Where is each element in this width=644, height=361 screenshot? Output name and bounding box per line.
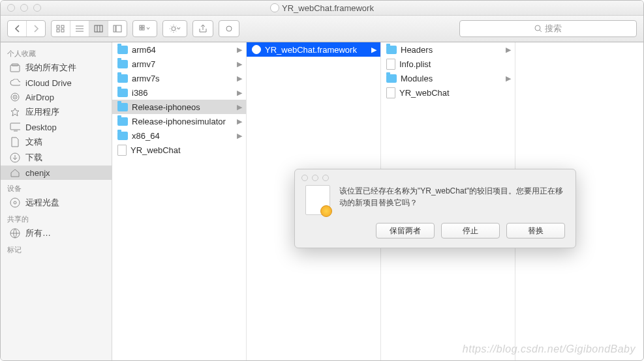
sidebar-item-downloads[interactable]: 下载 <box>1 150 112 166</box>
arrange-button[interactable] <box>133 21 157 36</box>
disclosure-arrow-icon: ▶ <box>237 60 242 68</box>
file-name: YR_webChat <box>130 145 181 155</box>
disclosure-arrow-icon: ▶ <box>237 89 242 97</box>
share-button[interactable] <box>192 20 213 37</box>
disclosure-arrow-icon: ▶ <box>237 46 242 54</box>
apps-icon <box>10 107 20 117</box>
sidebar-item-label: 文稿 <box>25 136 42 148</box>
file-name: i386 <box>132 88 148 98</box>
dialog-close-button[interactable] <box>301 175 308 181</box>
file-row[interactable]: arm64▶ <box>112 42 246 57</box>
document-icon <box>386 87 395 98</box>
file-row[interactable]: Release-iphonesimulator▶ <box>112 114 246 128</box>
gallery-view-button[interactable] <box>108 21 127 36</box>
chevron-right-icon <box>33 25 39 33</box>
folder-icon <box>117 117 128 126</box>
sidebar-item-documents[interactable]: 文稿 <box>1 134 112 150</box>
dialog-zoom-button[interactable] <box>322 175 329 181</box>
svg-rect-0 <box>57 25 59 28</box>
finder-window: YR_webChat.framework <box>0 0 644 361</box>
file-row[interactable]: Modules▶ <box>381 71 515 85</box>
list-view-button[interactable] <box>70 21 89 36</box>
replace-button[interactable]: 替换 <box>506 223 565 238</box>
file-row[interactable]: YR_webChat.framework▶ <box>247 42 380 57</box>
sidebar-item-label: chenjx <box>25 168 50 178</box>
window-title-text: YR_webChat.framework <box>282 3 374 13</box>
disclosure-arrow-icon: ▶ <box>237 103 242 111</box>
search-placeholder: 搜索 <box>545 23 562 35</box>
sidebar-section-header: 设备 <box>1 180 112 195</box>
folder-icon <box>386 46 397 54</box>
svg-point-13 <box>535 25 540 31</box>
network-icon <box>10 228 20 238</box>
svg-point-21 <box>10 198 20 207</box>
sidebar-item-label: Desktop <box>25 123 57 132</box>
sidebar-item-label: 下载 <box>25 152 42 164</box>
folder-icon <box>117 89 128 97</box>
svg-rect-19 <box>10 123 20 130</box>
replace-dialog: 该位置已经存在名称为"YR_webChat"的较旧项目。您要用正在移动的新项目替… <box>294 169 576 248</box>
svg-point-22 <box>14 201 16 204</box>
back-button[interactable] <box>8 21 27 36</box>
nav-buttons <box>7 20 46 37</box>
sidebar-item-label: 远程光盘 <box>25 197 59 209</box>
file-row[interactable]: armv7s▶ <box>112 71 246 85</box>
file-name: YR_webChat.framework <box>265 45 357 55</box>
sidebar-item-home[interactable]: chenjx <box>1 166 112 180</box>
search-container: 搜索 <box>245 20 637 37</box>
file-row[interactable]: Info.plist <box>381 57 515 71</box>
file-row[interactable]: Release-iphoneos▶ <box>112 100 246 114</box>
sidebar-item-apps[interactable]: 应用程序 <box>1 104 112 120</box>
sidebar-item-desktop[interactable]: Desktop <box>1 120 112 134</box>
stop-button[interactable]: 停止 <box>441 223 500 238</box>
disclosure-arrow-icon: ▶ <box>506 74 511 83</box>
file-name: Release-iphonesimulator <box>132 117 226 126</box>
forward-button[interactable] <box>27 21 45 36</box>
file-name: armv7 <box>132 59 155 69</box>
file-row[interactable]: i386▶ <box>112 85 246 100</box>
file-row[interactable]: YR_webChat <box>381 85 515 100</box>
window-title: YR_webChat.framework <box>1 3 643 13</box>
folder-icon <box>386 74 397 83</box>
icon-view-button[interactable] <box>52 21 70 36</box>
document-icon <box>386 59 395 70</box>
folder-icon <box>117 132 128 140</box>
folder-icon <box>117 103 128 111</box>
view-mode-group <box>51 20 127 37</box>
search-icon <box>534 25 542 33</box>
file-row[interactable]: YR_webChat <box>112 143 246 157</box>
file-name: Headers <box>401 45 433 55</box>
svg-rect-8 <box>142 25 144 27</box>
svg-point-12 <box>226 26 232 31</box>
file-name: YR_webChat <box>399 88 450 98</box>
sidebar-item-all-files[interactable]: 我的所有文件 <box>1 60 112 76</box>
dialog-window-controls <box>301 175 329 181</box>
sidebar-item-label: 我的所有文件 <box>25 62 76 74</box>
file-row[interactable]: armv7▶ <box>112 57 246 71</box>
tags-button[interactable] <box>219 20 239 37</box>
arrange-group <box>132 20 157 37</box>
dialog-minimize-button[interactable] <box>312 175 318 181</box>
action-button[interactable] <box>163 21 187 36</box>
file-row[interactable]: Headers▶ <box>381 42 515 57</box>
svg-point-18 <box>14 96 16 98</box>
sidebar-section-header: 标记 <box>1 241 112 256</box>
sidebar-item-airdrop[interactable]: AirDrop <box>1 90 112 104</box>
keep-both-button[interactable]: 保留两者 <box>376 223 435 238</box>
sidebar-item-icloud[interactable]: iCloud Drive <box>1 76 112 90</box>
sidebar-item-label: 应用程序 <box>25 106 59 118</box>
file-name: Release-iphoneos <box>132 102 200 112</box>
column-view-button[interactable] <box>89 21 108 36</box>
disclosure-arrow-icon: ▶ <box>237 117 242 126</box>
svg-rect-6 <box>116 25 121 32</box>
disclosure-arrow-icon: ▶ <box>506 46 511 54</box>
sidebar-section-header: 个人收藏 <box>1 45 112 60</box>
sidebar-item-disc[interactable]: 远程光盘 <box>1 195 112 210</box>
list-icon <box>75 25 84 33</box>
file-row[interactable]: x86_64▶ <box>112 128 246 143</box>
gear-icon <box>169 24 181 33</box>
sidebar-item-network[interactable]: 所有… <box>1 225 112 241</box>
search-field[interactable]: 搜索 <box>459 20 637 37</box>
disclosure-arrow-icon: ▶ <box>237 74 242 83</box>
file-name: x86_64 <box>132 131 160 141</box>
